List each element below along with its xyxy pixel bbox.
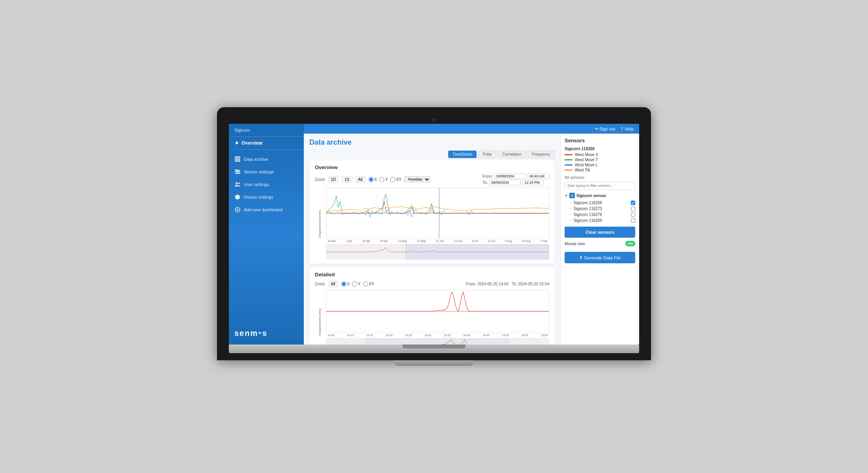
to-label: To:	[483, 181, 488, 185]
tab-correlation[interactable]: Correlation	[498, 151, 526, 158]
sensor-checkbox-1[interactable]	[631, 207, 635, 211]
overview-to-row: To:	[483, 180, 549, 185]
radio-xy[interactable]	[390, 177, 395, 182]
sensor-expand-3[interactable]: ›	[570, 219, 571, 222]
sensor-filter-input[interactable]	[565, 182, 635, 190]
mouse-over-toggle[interactable]: ON	[625, 241, 636, 246]
svg-rect-0	[235, 156, 240, 158]
legend-item-4: West Tilt	[565, 168, 635, 172]
overview-y-axis-label: Displacement (mm)	[318, 210, 322, 237]
senmos-logo: senm•s	[229, 323, 304, 345]
sensors-title: Sensors	[565, 138, 635, 143]
overview-mini-chart: Apr '24May '24Jun '24Jul '24Aug '24Sep '…	[326, 244, 549, 260]
sidebar-nav: Data archive	[229, 150, 304, 323]
radio-xy-label[interactable]: XY	[390, 177, 401, 182]
overview-dropdown[interactable]: Rawdata	[404, 176, 430, 182]
detailed-to-label: To: 2024-05-20 15:04	[512, 282, 549, 286]
sensor-item-2: › Sigicorn 116276	[565, 212, 635, 218]
overview-icon: ✦	[234, 140, 239, 146]
radio-y-label[interactable]: Y	[379, 177, 388, 182]
tab-timeseries[interactable]: TimeSeries	[448, 151, 477, 158]
detailed-radio-y[interactable]	[352, 281, 357, 287]
radio-x[interactable]	[369, 177, 374, 182]
sensor-expand-2[interactable]: ›	[570, 213, 571, 216]
svg-point-7	[238, 171, 239, 173]
clear-sensors-button[interactable]: Clear sensors	[565, 227, 635, 238]
laptop-screen: Sigicorn ✦ Overview	[229, 124, 639, 345]
group-collapse-icon[interactable]: ▼	[565, 194, 568, 197]
from-date-input[interactable]	[494, 173, 526, 179]
detailed-chart-svg-area	[326, 290, 549, 333]
generate-data-file-button[interactable]: ⬇ Generate Data File	[565, 252, 635, 263]
overview-svg	[326, 188, 549, 238]
to-time-input[interactable]	[522, 180, 544, 185]
sidebar-item-sensor-settings[interactable]: Sensor settings	[229, 166, 304, 178]
detailed-chart-wrapper: Displacement (mm)	[315, 290, 549, 345]
overview-zoom-label: Zoom	[315, 177, 325, 182]
main-content: ⇥ Sign out ? Help Data archive	[304, 124, 639, 345]
zoom-all[interactable]: All	[355, 176, 365, 183]
detailed-radio-x[interactable]	[341, 281, 346, 287]
sidebar-item-user-settings[interactable]: User settings	[229, 178, 304, 191]
radio-x-label[interactable]: X	[369, 177, 377, 182]
sidebar-item-data-archive[interactable]: Data archive	[229, 153, 304, 166]
sidebar-item-add-dashboard[interactable]: Add new dashboard	[229, 203, 304, 216]
sidebar-item-device-settings[interactable]: Device settings	[229, 191, 304, 203]
zoom-1s[interactable]: 1S	[342, 176, 352, 183]
tab-frequency[interactable]: Frequency	[528, 151, 555, 158]
signout-icon: ⇥	[594, 126, 598, 131]
detailed-radio-group: X Y XY	[341, 281, 374, 287]
detailed-radio-x-label[interactable]: X	[341, 281, 350, 287]
detailed-radio-y-label[interactable]: Y	[352, 281, 361, 287]
svg-rect-17	[406, 244, 549, 259]
sensor-checkbox-2[interactable]	[631, 212, 635, 217]
help-button[interactable]: ? Help	[621, 127, 634, 131]
from-time-input[interactable]	[528, 173, 549, 179]
detailed-radio-xy[interactable]	[363, 281, 368, 287]
tabs-row: TimeSeries Polar Correlation Frequency	[309, 151, 555, 158]
legend-item-3: West Move L	[565, 163, 635, 167]
from-label: From:	[483, 174, 493, 179]
sensor-expand-0[interactable]: ›	[570, 201, 571, 205]
detailed-zoom-label: Zoom	[315, 282, 325, 286]
radio-y[interactable]	[379, 177, 384, 182]
to-date-input[interactable]	[489, 180, 521, 185]
zoom-1d[interactable]: 1D	[328, 176, 339, 183]
legend-color-3	[565, 164, 572, 166]
sensor-group: ▼ S Sigicorn sensor › Sigicorn 116256	[565, 193, 635, 223]
detailed-mini-chart: 14:2014:2514:3014:3514:4014:4515:00	[326, 338, 549, 345]
sensor-expand-1[interactable]: ›	[570, 207, 571, 210]
signout-button[interactable]: ⇥ Sign out	[594, 126, 615, 131]
all-sensors-label: All sensors:	[565, 175, 635, 180]
screen-bezel: Sigicorn ✦ Overview	[217, 107, 651, 360]
overview-chart-panel: Overview Zoom 1D 1S All X Y X	[309, 160, 555, 264]
overview-from-row: From:	[483, 173, 549, 179]
tab-polar[interactable]: Polar	[478, 151, 496, 158]
sensor-item-0: › Sigicorn 116256	[565, 200, 635, 206]
sensor-main-name: Sigicorn 116250	[565, 147, 635, 151]
overview-chart-wrapper: Displacement (mm)	[315, 188, 549, 260]
detailed-chart-controls: Zoom All X Y XY From: 2024-05-20 14:04 T…	[315, 281, 549, 287]
laptop-container: Sigicorn ✦ Overview	[217, 107, 651, 366]
sidebar-overview-section: ✦ Overview	[229, 137, 304, 150]
app-container: Sigicorn ✦ Overview	[229, 124, 639, 345]
svg-point-8	[236, 182, 238, 184]
sensor-checkbox-3[interactable]	[631, 218, 635, 223]
detailed-chart-title: Detailed	[315, 272, 549, 277]
help-icon: ?	[621, 127, 623, 131]
detailed-y-axis-label: Displacement (mm)	[318, 308, 322, 335]
svg-rect-2	[235, 160, 240, 162]
overview-chart-svg-area	[326, 188, 549, 239]
detailed-radio-xy-label[interactable]: XY	[363, 281, 374, 287]
group-icon: S	[569, 193, 575, 198]
sensor-legend: West Move V West Move T West Move L	[565, 153, 635, 172]
laptop-base	[229, 345, 639, 353]
detailed-zoom-all[interactable]: All	[328, 281, 338, 287]
legend-item-2: West Move T	[565, 158, 635, 162]
download-icon: ⬇	[579, 255, 583, 260]
sensor-checkbox-0[interactable]	[631, 201, 635, 205]
content-area: Data archive TimeSeries Polar Correlatio…	[304, 134, 639, 345]
plus-circle-icon	[234, 207, 241, 213]
legend-color-4	[565, 169, 572, 171]
svg-rect-1	[235, 158, 240, 160]
